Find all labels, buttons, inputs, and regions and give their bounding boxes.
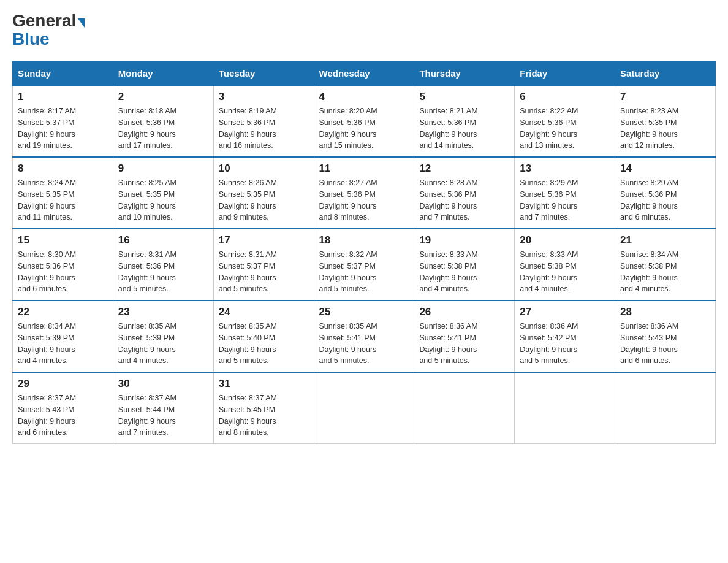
day-number: 9 xyxy=(118,163,208,175)
calendar-cell: 3 Sunrise: 8:19 AM Sunset: 5:36 PM Dayli… xyxy=(213,85,314,157)
calendar-cell: 27 Sunrise: 8:36 AM Sunset: 5:42 PM Dayl… xyxy=(515,301,615,372)
header-thursday: Thursday xyxy=(414,62,515,86)
calendar-cell: 9 Sunrise: 8:25 AM Sunset: 5:35 PM Dayli… xyxy=(113,157,213,229)
calendar-cell: 20 Sunrise: 8:33 AM Sunset: 5:38 PM Dayl… xyxy=(515,229,615,301)
day-info: Sunrise: 8:31 AM Sunset: 5:37 PM Dayligh… xyxy=(219,249,309,295)
day-info: Sunrise: 8:17 AM Sunset: 5:37 PM Dayligh… xyxy=(18,105,108,151)
day-number: 29 xyxy=(18,378,108,390)
calendar-cell: 8 Sunrise: 8:24 AM Sunset: 5:35 PM Dayli… xyxy=(13,157,113,229)
logo-blue: Blue xyxy=(12,29,50,48)
day-info: Sunrise: 8:35 AM Sunset: 5:40 PM Dayligh… xyxy=(219,321,309,367)
day-info: Sunrise: 8:24 AM Sunset: 5:35 PM Dayligh… xyxy=(18,177,108,223)
page-header: General Blue xyxy=(12,12,716,49)
day-number: 10 xyxy=(219,163,309,175)
calendar-cell: 22 Sunrise: 8:34 AM Sunset: 5:39 PM Dayl… xyxy=(13,301,113,372)
day-info: Sunrise: 8:22 AM Sunset: 5:36 PM Dayligh… xyxy=(520,105,610,151)
day-info: Sunrise: 8:23 AM Sunset: 5:35 PM Dayligh… xyxy=(620,105,710,151)
calendar-cell: 4 Sunrise: 8:20 AM Sunset: 5:36 PM Dayli… xyxy=(314,85,414,157)
header-row: SundayMondayTuesdayWednesdayThursdayFrid… xyxy=(13,62,716,86)
day-number: 17 xyxy=(219,234,309,247)
logo-arrow-icon xyxy=(78,18,85,28)
header-sunday: Sunday xyxy=(13,62,113,86)
day-number: 16 xyxy=(118,234,208,247)
calendar-cell: 2 Sunrise: 8:18 AM Sunset: 5:36 PM Dayli… xyxy=(113,85,213,157)
calendar-cell: 10 Sunrise: 8:26 AM Sunset: 5:35 PM Dayl… xyxy=(213,157,314,229)
day-number: 12 xyxy=(419,163,509,175)
day-info: Sunrise: 8:29 AM Sunset: 5:36 PM Dayligh… xyxy=(520,177,610,223)
day-number: 19 xyxy=(419,234,509,247)
day-number: 26 xyxy=(419,306,509,318)
calendar-cell: 30 Sunrise: 8:37 AM Sunset: 5:44 PM Dayl… xyxy=(113,372,213,444)
calendar-cell: 24 Sunrise: 8:35 AM Sunset: 5:40 PM Dayl… xyxy=(213,301,314,372)
day-info: Sunrise: 8:25 AM Sunset: 5:35 PM Dayligh… xyxy=(118,177,208,223)
day-number: 14 xyxy=(620,163,710,175)
calendar-cell xyxy=(314,372,414,444)
day-number: 22 xyxy=(18,306,108,318)
day-number: 15 xyxy=(18,234,108,247)
day-info: Sunrise: 8:37 AM Sunset: 5:44 PM Dayligh… xyxy=(118,393,208,439)
day-number: 2 xyxy=(118,91,208,103)
day-number: 20 xyxy=(520,234,610,247)
calendar-cell xyxy=(414,372,515,444)
header-saturday: Saturday xyxy=(615,62,716,86)
calendar-cell xyxy=(615,372,716,444)
calendar-cell: 14 Sunrise: 8:29 AM Sunset: 5:36 PM Dayl… xyxy=(615,157,716,229)
calendar-cell: 19 Sunrise: 8:33 AM Sunset: 5:38 PM Dayl… xyxy=(414,229,515,301)
calendar-cell: 11 Sunrise: 8:27 AM Sunset: 5:36 PM Dayl… xyxy=(314,157,414,229)
day-info: Sunrise: 8:33 AM Sunset: 5:38 PM Dayligh… xyxy=(419,249,509,295)
day-info: Sunrise: 8:35 AM Sunset: 5:41 PM Dayligh… xyxy=(319,321,409,367)
week-row-2: 8 Sunrise: 8:24 AM Sunset: 5:35 PM Dayli… xyxy=(13,157,716,229)
day-info: Sunrise: 8:28 AM Sunset: 5:36 PM Dayligh… xyxy=(419,177,509,223)
week-row-4: 22 Sunrise: 8:34 AM Sunset: 5:39 PM Dayl… xyxy=(13,301,716,372)
calendar-cell: 28 Sunrise: 8:36 AM Sunset: 5:43 PM Dayl… xyxy=(615,301,716,372)
calendar-cell: 18 Sunrise: 8:32 AM Sunset: 5:37 PM Dayl… xyxy=(314,229,414,301)
day-info: Sunrise: 8:19 AM Sunset: 5:36 PM Dayligh… xyxy=(219,105,309,151)
day-number: 5 xyxy=(419,91,509,103)
calendar-cell: 7 Sunrise: 8:23 AM Sunset: 5:35 PM Dayli… xyxy=(615,85,716,157)
day-number: 3 xyxy=(219,91,309,103)
day-number: 23 xyxy=(118,306,208,318)
calendar-cell xyxy=(515,372,615,444)
day-info: Sunrise: 8:34 AM Sunset: 5:38 PM Dayligh… xyxy=(620,249,710,295)
day-info: Sunrise: 8:36 AM Sunset: 5:41 PM Dayligh… xyxy=(419,321,509,367)
calendar-cell: 6 Sunrise: 8:22 AM Sunset: 5:36 PM Dayli… xyxy=(515,85,615,157)
calendar-cell: 25 Sunrise: 8:35 AM Sunset: 5:41 PM Dayl… xyxy=(314,301,414,372)
day-info: Sunrise: 8:37 AM Sunset: 5:45 PM Dayligh… xyxy=(219,393,309,439)
day-number: 13 xyxy=(520,163,610,175)
calendar-cell: 29 Sunrise: 8:37 AM Sunset: 5:43 PM Dayl… xyxy=(13,372,113,444)
day-number: 25 xyxy=(319,306,409,318)
day-number: 7 xyxy=(620,91,710,103)
day-number: 11 xyxy=(319,163,409,175)
week-row-5: 29 Sunrise: 8:37 AM Sunset: 5:43 PM Dayl… xyxy=(13,372,716,444)
day-info: Sunrise: 8:34 AM Sunset: 5:39 PM Dayligh… xyxy=(18,321,108,367)
day-info: Sunrise: 8:33 AM Sunset: 5:38 PM Dayligh… xyxy=(520,249,610,295)
day-info: Sunrise: 8:20 AM Sunset: 5:36 PM Dayligh… xyxy=(319,105,409,151)
calendar-cell: 23 Sunrise: 8:35 AM Sunset: 5:39 PM Dayl… xyxy=(113,301,213,372)
day-number: 27 xyxy=(520,306,610,318)
calendar-cell: 26 Sunrise: 8:36 AM Sunset: 5:41 PM Dayl… xyxy=(414,301,515,372)
calendar-cell: 31 Sunrise: 8:37 AM Sunset: 5:45 PM Dayl… xyxy=(213,372,314,444)
day-info: Sunrise: 8:29 AM Sunset: 5:36 PM Dayligh… xyxy=(620,177,710,223)
logo-general: General xyxy=(12,12,76,29)
day-number: 28 xyxy=(620,306,710,318)
calendar-cell: 15 Sunrise: 8:30 AM Sunset: 5:36 PM Dayl… xyxy=(13,229,113,301)
day-info: Sunrise: 8:36 AM Sunset: 5:42 PM Dayligh… xyxy=(520,321,610,367)
day-number: 8 xyxy=(18,163,108,175)
day-info: Sunrise: 8:31 AM Sunset: 5:36 PM Dayligh… xyxy=(118,249,208,295)
day-number: 18 xyxy=(319,234,409,247)
day-info: Sunrise: 8:30 AM Sunset: 5:36 PM Dayligh… xyxy=(18,249,108,295)
day-number: 1 xyxy=(18,91,108,103)
day-number: 4 xyxy=(319,91,409,103)
day-info: Sunrise: 8:35 AM Sunset: 5:39 PM Dayligh… xyxy=(118,321,208,367)
header-tuesday: Tuesday xyxy=(213,62,314,86)
logo: General Blue xyxy=(12,12,85,49)
calendar-cell: 12 Sunrise: 8:28 AM Sunset: 5:36 PM Dayl… xyxy=(414,157,515,229)
calendar-table: SundayMondayTuesdayWednesdayThursdayFrid… xyxy=(12,61,716,444)
day-info: Sunrise: 8:21 AM Sunset: 5:36 PM Dayligh… xyxy=(419,105,509,151)
calendar-cell: 21 Sunrise: 8:34 AM Sunset: 5:38 PM Dayl… xyxy=(615,229,716,301)
day-number: 31 xyxy=(219,378,309,390)
day-number: 30 xyxy=(118,378,208,390)
day-info: Sunrise: 8:26 AM Sunset: 5:35 PM Dayligh… xyxy=(219,177,309,223)
day-info: Sunrise: 8:36 AM Sunset: 5:43 PM Dayligh… xyxy=(620,321,710,367)
day-number: 21 xyxy=(620,234,710,247)
